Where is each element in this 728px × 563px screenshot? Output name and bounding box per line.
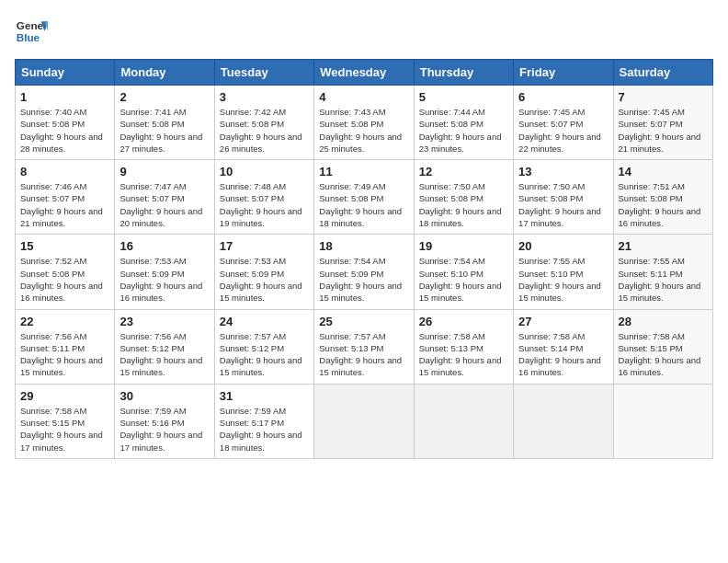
calendar-cell: 20Sunrise: 7:55 AMSunset: 5:10 PMDayligh… — [514, 235, 613, 309]
day-info: Sunrise: 7:54 AMSunset: 5:10 PMDaylight:… — [419, 255, 508, 304]
column-header-sunday: Sunday — [16, 60, 115, 86]
day-number: 15 — [20, 239, 109, 253]
calendar-cell: 16Sunrise: 7:53 AMSunset: 5:09 PMDayligh… — [115, 235, 214, 309]
column-header-saturday: Saturday — [613, 60, 712, 86]
day-info: Sunrise: 7:40 AMSunset: 5:08 PMDaylight:… — [20, 106, 109, 155]
column-header-friday: Friday — [514, 60, 613, 86]
day-info: Sunrise: 7:49 AMSunset: 5:08 PMDaylight:… — [319, 180, 408, 229]
logo-icon: General Blue — [15, 15, 48, 48]
week-row-4: 22Sunrise: 7:56 AMSunset: 5:11 PMDayligh… — [16, 309, 713, 384]
calendar-cell: 29Sunrise: 7:58 AMSunset: 5:15 PMDayligh… — [16, 384, 115, 458]
calendar-cell: 14Sunrise: 7:51 AMSunset: 5:08 PMDayligh… — [613, 160, 712, 235]
day-info: Sunrise: 7:47 AMSunset: 5:07 PMDaylight:… — [119, 180, 209, 229]
day-number: 12 — [419, 165, 508, 178]
day-info: Sunrise: 7:58 AMSunset: 5:14 PMDaylight:… — [518, 330, 608, 379]
day-number: 28 — [619, 315, 708, 328]
day-info: Sunrise: 7:59 AMSunset: 5:17 PMDaylight:… — [220, 405, 309, 454]
column-header-thursday: Thursday — [414, 60, 513, 86]
calendar-cell: 5Sunrise: 7:44 AMSunset: 5:08 PMDaylight… — [414, 86, 513, 160]
calendar-cell: 4Sunrise: 7:43 AMSunset: 5:08 PMDaylight… — [314, 86, 414, 160]
day-info: Sunrise: 7:58 AMSunset: 5:13 PMDaylight:… — [419, 330, 508, 379]
day-number: 29 — [20, 389, 109, 403]
day-number: 10 — [220, 165, 309, 178]
calendar-cell: 23Sunrise: 7:56 AMSunset: 5:12 PMDayligh… — [115, 309, 214, 384]
day-info: Sunrise: 7:58 AMSunset: 5:15 PMDaylight:… — [20, 405, 109, 454]
day-number: 16 — [119, 239, 209, 253]
day-info: Sunrise: 7:43 AMSunset: 5:08 PMDaylight:… — [319, 106, 408, 155]
calendar-cell: 24Sunrise: 7:57 AMSunset: 5:12 PMDayligh… — [214, 309, 313, 384]
calendar-table: SundayMondayTuesdayWednesdayThursdayFrid… — [15, 59, 713, 459]
day-info: Sunrise: 7:50 AMSunset: 5:08 PMDaylight:… — [419, 180, 508, 229]
day-number: 20 — [518, 239, 608, 253]
day-number: 7 — [619, 90, 708, 104]
calendar-cell: 8Sunrise: 7:46 AMSunset: 5:07 PMDaylight… — [16, 160, 115, 235]
calendar-cell: 15Sunrise: 7:52 AMSunset: 5:08 PMDayligh… — [16, 235, 115, 309]
day-info: Sunrise: 7:58 AMSunset: 5:15 PMDaylight:… — [619, 330, 708, 379]
day-info: Sunrise: 7:53 AMSunset: 5:09 PMDaylight:… — [220, 255, 309, 304]
calendar-cell: 13Sunrise: 7:50 AMSunset: 5:08 PMDayligh… — [514, 160, 613, 235]
day-info: Sunrise: 7:42 AMSunset: 5:08 PMDaylight:… — [220, 106, 309, 155]
day-number: 25 — [319, 315, 408, 328]
day-info: Sunrise: 7:48 AMSunset: 5:07 PMDaylight:… — [220, 180, 309, 229]
calendar-cell: 30Sunrise: 7:59 AMSunset: 5:16 PMDayligh… — [115, 384, 214, 458]
day-info: Sunrise: 7:57 AMSunset: 5:13 PMDaylight:… — [319, 330, 408, 379]
day-info: Sunrise: 7:51 AMSunset: 5:08 PMDaylight:… — [619, 180, 708, 229]
week-row-5: 29Sunrise: 7:58 AMSunset: 5:15 PMDayligh… — [16, 384, 713, 458]
calendar-cell: 22Sunrise: 7:56 AMSunset: 5:11 PMDayligh… — [16, 309, 115, 384]
day-info: Sunrise: 7:45 AMSunset: 5:07 PMDaylight:… — [518, 106, 608, 155]
day-info: Sunrise: 7:53 AMSunset: 5:09 PMDaylight:… — [119, 255, 209, 304]
week-row-1: 1Sunrise: 7:40 AMSunset: 5:08 PMDaylight… — [16, 86, 713, 160]
week-row-2: 8Sunrise: 7:46 AMSunset: 5:07 PMDaylight… — [16, 160, 713, 235]
calendar-header-row: SundayMondayTuesdayWednesdayThursdayFrid… — [16, 60, 713, 86]
day-info: Sunrise: 7:45 AMSunset: 5:07 PMDaylight:… — [619, 106, 708, 155]
day-number: 4 — [319, 90, 408, 104]
day-number: 1 — [20, 90, 109, 104]
calendar-cell — [514, 384, 613, 458]
day-number: 2 — [119, 90, 209, 104]
day-number: 24 — [220, 315, 309, 328]
day-number: 3 — [220, 90, 309, 104]
day-number: 13 — [518, 165, 608, 178]
day-number: 18 — [319, 239, 408, 253]
calendar-cell — [314, 384, 414, 458]
calendar-cell: 17Sunrise: 7:53 AMSunset: 5:09 PMDayligh… — [214, 235, 313, 309]
day-info: Sunrise: 7:41 AMSunset: 5:08 PMDaylight:… — [119, 106, 209, 155]
day-info: Sunrise: 7:56 AMSunset: 5:11 PMDaylight:… — [20, 330, 109, 379]
calendar-cell: 19Sunrise: 7:54 AMSunset: 5:10 PMDayligh… — [414, 235, 513, 309]
day-number: 17 — [220, 239, 309, 253]
day-info: Sunrise: 7:59 AMSunset: 5:16 PMDaylight:… — [119, 405, 209, 454]
day-info: Sunrise: 7:54 AMSunset: 5:09 PMDaylight:… — [319, 255, 408, 304]
column-header-wednesday: Wednesday — [314, 60, 414, 86]
calendar-cell: 7Sunrise: 7:45 AMSunset: 5:07 PMDaylight… — [613, 86, 712, 160]
calendar-cell: 3Sunrise: 7:42 AMSunset: 5:08 PMDaylight… — [214, 86, 313, 160]
calendar-cell: 2Sunrise: 7:41 AMSunset: 5:08 PMDaylight… — [115, 86, 214, 160]
day-number: 31 — [220, 389, 309, 403]
day-info: Sunrise: 7:44 AMSunset: 5:08 PMDaylight:… — [419, 106, 508, 155]
day-number: 9 — [119, 165, 209, 178]
calendar-cell: 9Sunrise: 7:47 AMSunset: 5:07 PMDaylight… — [115, 160, 214, 235]
calendar-cell: 11Sunrise: 7:49 AMSunset: 5:08 PMDayligh… — [314, 160, 414, 235]
day-number: 21 — [619, 239, 708, 253]
column-header-tuesday: Tuesday — [214, 60, 313, 86]
calendar-cell: 6Sunrise: 7:45 AMSunset: 5:07 PMDaylight… — [514, 86, 613, 160]
calendar-cell: 28Sunrise: 7:58 AMSunset: 5:15 PMDayligh… — [613, 309, 712, 384]
day-info: Sunrise: 7:46 AMSunset: 5:07 PMDaylight:… — [20, 180, 109, 229]
day-info: Sunrise: 7:52 AMSunset: 5:08 PMDaylight:… — [20, 255, 109, 304]
day-number: 19 — [419, 239, 508, 253]
day-number: 26 — [419, 315, 508, 328]
day-number: 5 — [419, 90, 508, 104]
week-row-3: 15Sunrise: 7:52 AMSunset: 5:08 PMDayligh… — [16, 235, 713, 309]
column-header-monday: Monday — [115, 60, 214, 86]
day-number: 22 — [20, 315, 109, 328]
day-info: Sunrise: 7:57 AMSunset: 5:12 PMDaylight:… — [220, 330, 309, 379]
day-info: Sunrise: 7:50 AMSunset: 5:08 PMDaylight:… — [518, 180, 608, 229]
day-info: Sunrise: 7:55 AMSunset: 5:10 PMDaylight:… — [518, 255, 608, 304]
calendar-cell: 1Sunrise: 7:40 AMSunset: 5:08 PMDaylight… — [16, 86, 115, 160]
calendar-cell: 10Sunrise: 7:48 AMSunset: 5:07 PMDayligh… — [214, 160, 313, 235]
day-number: 14 — [619, 165, 708, 178]
day-info: Sunrise: 7:56 AMSunset: 5:12 PMDaylight:… — [119, 330, 209, 379]
svg-text:Blue: Blue — [17, 31, 40, 43]
calendar-cell: 18Sunrise: 7:54 AMSunset: 5:09 PMDayligh… — [314, 235, 414, 309]
calendar-cell: 25Sunrise: 7:57 AMSunset: 5:13 PMDayligh… — [314, 309, 414, 384]
calendar-cell — [414, 384, 513, 458]
